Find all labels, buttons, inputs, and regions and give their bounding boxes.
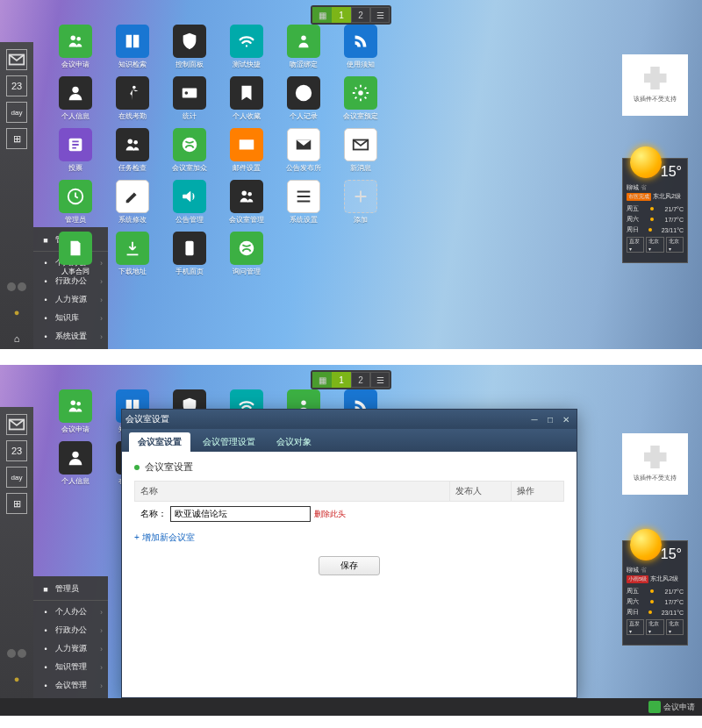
room-name-input[interactable]	[170, 506, 311, 522]
app-people[interactable]: 会议申请	[49, 25, 102, 69]
day-icon[interactable]: day	[6, 102, 27, 123]
tab-manage-settings[interactable]: 会议管理设置	[194, 432, 264, 452]
app-run[interactable]: 在线考勤	[106, 76, 159, 121]
taskbar-app[interactable]: 会议申请	[648, 701, 695, 713]
weather-temp: 15°	[661, 164, 682, 180]
svg-point-10	[128, 139, 133, 145]
pager-page-1[interactable]: 1	[332, 372, 351, 388]
mail-icon[interactable]	[6, 49, 27, 70]
app-edit[interactable]: 系统修改	[106, 180, 159, 225]
app-shield[interactable]: 控制面板	[163, 25, 216, 69]
app-label: 任务检查	[118, 163, 147, 173]
app-xbox[interactable]: 会议室加众	[163, 128, 216, 173]
mail-icon	[230, 128, 263, 161]
desktop-pager: ▦ 1 2 ☰	[311, 370, 391, 389]
calendar-icon[interactable]: 23	[6, 440, 27, 461]
pager-page-2[interactable]: 2	[351, 372, 370, 388]
pager-icon[interactable]: ▦	[312, 372, 332, 388]
home-icon[interactable]: ⌂	[6, 328, 27, 349]
app-card[interactable]: 统计	[163, 76, 216, 121]
tab-targets[interactable]: 会议对象	[268, 432, 320, 452]
svg-point-24	[301, 401, 306, 406]
weather-selector[interactable]: 北京 ▾	[646, 619, 663, 635]
save-button[interactable]: 保存	[319, 556, 380, 575]
app-label: 个人收藏	[233, 111, 261, 121]
window-body: 会议室设置 名称 发布人 操作 名称： 删除此头	[122, 452, 577, 584]
day-icon[interactable]: day	[6, 467, 27, 488]
app-clock[interactable]: 管理员	[49, 180, 102, 225]
add-dock-icon[interactable]: ⊞	[6, 493, 27, 514]
app-bookmark[interactable]: 个人收藏	[220, 76, 273, 121]
window-minimize-button[interactable]: ─	[527, 413, 541, 425]
app-plus[interactable]: 添加	[334, 180, 387, 225]
app-label: 统计	[183, 111, 197, 121]
forecast-row: 周六17/7°C	[627, 597, 684, 606]
app-wifi[interactable]: 测试快捷	[220, 25, 273, 69]
svg-point-25	[72, 452, 78, 458]
weather-selector[interactable]: 北京 ▾	[666, 619, 684, 635]
calendar-icon[interactable]: 23	[6, 75, 27, 96]
svg-rect-6	[183, 89, 197, 98]
window-maximize-button[interactable]: □	[543, 413, 557, 425]
status-led: ●	[6, 668, 27, 689]
edit-icon	[116, 180, 149, 213]
app-rss[interactable]: 使用须知	[334, 25, 387, 69]
status-dot-2	[18, 282, 26, 291]
app-chart[interactable]: 个人记录	[277, 76, 330, 121]
app-doc[interactable]: 人事合同	[49, 232, 102, 276]
people-icon	[59, 25, 92, 58]
plugin-text: 该插件不受支持	[634, 95, 677, 103]
people-icon	[59, 389, 92, 423]
screenshot-1: ▦ 1 2 ☰ 23 day ⊞ ● ⌂ ■管理员•个人办公•行政办公•人力资源…	[0, 0, 702, 349]
xbox-icon	[230, 232, 263, 265]
app-book[interactable]: 知识检索	[106, 25, 159, 69]
section-dot-icon	[134, 465, 140, 470]
app-people[interactable]: 会议申请	[49, 389, 102, 434]
app-label: 使用须知	[347, 60, 375, 69]
card-icon	[173, 76, 206, 110]
app-user[interactable]: 个人信息	[49, 441, 102, 486]
weather-selector[interactable]: 直发 ▾	[627, 237, 644, 253]
app-gear[interactable]: 会议室预定	[334, 76, 387, 121]
tab-room-settings[interactable]: 会议室设置	[129, 432, 190, 452]
weather-selector[interactable]: 直发 ▾	[627, 619, 644, 635]
taskbar-app-icon	[648, 701, 661, 713]
pager-page-2[interactable]: 2	[351, 7, 370, 23]
app-lines[interactable]: 系统设置	[277, 180, 330, 225]
pager-page-1[interactable]: 1	[332, 7, 351, 23]
delete-row-link[interactable]: 删除此头	[314, 509, 346, 520]
app-people[interactable]: 任务检查	[106, 128, 159, 173]
svg-point-2	[76, 37, 81, 41]
app-phone[interactable]: 手机面页	[163, 232, 216, 276]
app-label: 公告发布所	[286, 163, 321, 173]
app-down[interactable]: 下载地址	[106, 232, 159, 276]
app-label: 在线考勤	[118, 111, 147, 121]
pager-menu[interactable]: ☰	[370, 372, 390, 388]
pager-icon[interactable]: ▦	[312, 7, 332, 23]
screenshot-2: ▦ 1 2 ☰ 23 day ⊞ ● ⌂ ■管理员•个人办公•行政办公•人力资源…	[0, 365, 702, 716]
app-people[interactable]: 会议室管理	[220, 180, 273, 225]
weather-selector[interactable]: 北京 ▾	[646, 237, 663, 253]
app-group[interactable]: 吻涩绑定	[277, 25, 330, 69]
weather-selector[interactable]: 北京 ▾	[666, 237, 684, 253]
app-mail2[interactable]: 新消息	[334, 128, 387, 173]
add-dock-icon[interactable]: ⊞	[6, 128, 27, 149]
row-label: 名称：	[140, 508, 167, 520]
pager-menu[interactable]: ☰	[370, 7, 390, 23]
svg-point-7	[185, 91, 189, 95]
window-titlebar[interactable]: 会议室设置 ─ □ ✕	[122, 410, 577, 429]
window-close-button[interactable]: ✕	[559, 413, 573, 425]
status-dot-1	[7, 282, 16, 291]
app-mail[interactable]: 邮件设置	[220, 128, 273, 173]
down-icon	[116, 232, 149, 265]
app-xbox[interactable]: 询问管理	[220, 232, 273, 276]
weather-badge-1: 小雨5级	[627, 575, 648, 583]
shield-icon	[173, 25, 206, 58]
app-speaker[interactable]: 公告管理	[163, 180, 216, 225]
app-user[interactable]: 个人信息	[49, 76, 102, 121]
add-room-link[interactable]: + 增加新会议室	[134, 526, 564, 549]
mail-icon[interactable]	[6, 414, 27, 435]
app-mail[interactable]: 公告发布所	[277, 128, 330, 173]
app-vote[interactable]: 投票	[49, 128, 102, 173]
app-label: 吻涩绑定	[290, 60, 318, 69]
